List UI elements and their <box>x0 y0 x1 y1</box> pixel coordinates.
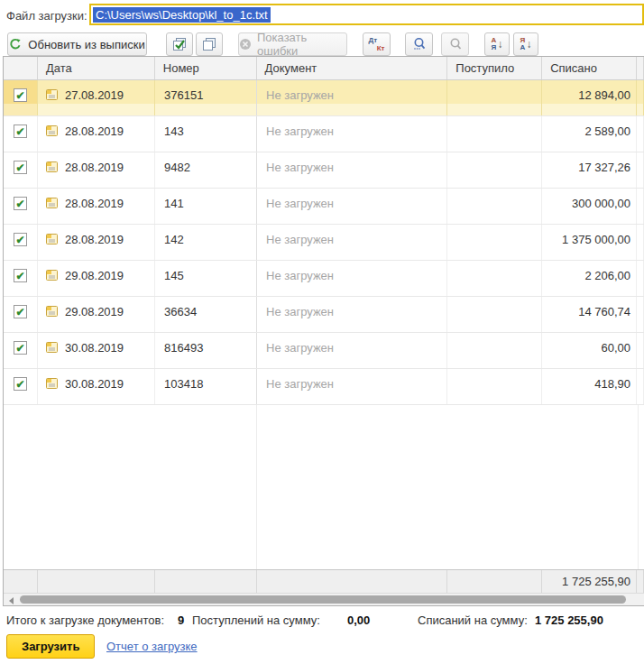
row-checkbox[interactable]: ✔ <box>14 341 27 355</box>
table-row[interactable]: ✔28.08.2019141Не загружен300 000,00 <box>4 189 644 225</box>
cancel-search-button[interactable] <box>441 32 469 56</box>
row-select-cell[interactable]: ✔ <box>4 261 38 296</box>
row-select-cell[interactable]: ✔ <box>4 80 38 115</box>
row-written-off-cell[interactable]: 14 760,74 <box>542 297 637 332</box>
row-received-cell[interactable] <box>447 369 542 404</box>
row-checkbox[interactable]: ✔ <box>14 124 27 138</box>
row-received-cell[interactable] <box>447 189 542 224</box>
row-number-cell[interactable]: 36634 <box>155 297 257 332</box>
row-written-off-cell[interactable]: 2 206,00 <box>542 261 637 296</box>
row-written-off-cell[interactable]: 1 375 000,00 <box>542 225 637 260</box>
table-row[interactable]: ✔29.08.201936634Не загружен14 760,74 <box>4 297 644 333</box>
row-date-cell[interactable]: 29.08.2019 <box>38 261 155 296</box>
table-row[interactable]: ✔29.08.2019145Не загружен2 206,00 <box>4 261 644 297</box>
table-row[interactable]: ✔27.08.2019376151Не загружен12 894,00 <box>4 80 644 116</box>
file-path-input[interactable]: C:\Users\ws\Desktop\kl_to_1c.txt <box>89 4 644 25</box>
header-written-off[interactable]: Списано <box>542 57 637 79</box>
header-document[interactable]: Документ <box>257 57 448 79</box>
scroll-left-arrow-icon[interactable] <box>9 597 14 604</box>
row-date-cell[interactable]: 30.08.2019 <box>38 369 155 404</box>
load-report-link[interactable]: Отчет о загрузке <box>106 640 198 653</box>
row-document-cell[interactable]: Не загружен <box>256 189 447 224</box>
row-document-cell[interactable]: Не загружен <box>256 116 447 152</box>
table-row[interactable]: ✔28.08.2019143Не загружен2 589,00 <box>4 116 644 152</box>
row-written-off-cell[interactable]: 17 327,26 <box>542 152 637 188</box>
row-document-cell[interactable]: Не загружен <box>256 80 447 115</box>
row-written-off-cell[interactable]: 2 589,00 <box>542 116 637 152</box>
header-number[interactable]: Номер <box>155 57 257 79</box>
sort-descending-button[interactable]: Я А ↓ <box>513 32 538 56</box>
row-select-cell[interactable]: ✔ <box>4 152 38 188</box>
row-received-cell[interactable] <box>447 152 542 188</box>
checkmark-icon: ✔ <box>15 343 24 354</box>
row-received-cell[interactable] <box>447 261 542 296</box>
row-document-cell[interactable]: Не загружен <box>256 333 447 368</box>
row-select-cell[interactable]: ✔ <box>4 369 38 404</box>
row-select-cell[interactable]: ✔ <box>4 225 38 260</box>
row-checkbox[interactable]: ✔ <box>14 233 27 246</box>
row-checkbox[interactable]: ✔ <box>14 88 27 102</box>
row-written-off-cell[interactable]: 300 000,00 <box>542 189 637 224</box>
show-errors-button[interactable]: Показать ошибки <box>238 32 347 56</box>
row-number-cell[interactable]: 9482 <box>155 152 257 188</box>
row-date-cell[interactable]: 30.08.2019 <box>38 333 155 368</box>
horizontal-scrollbar[interactable] <box>4 593 644 605</box>
row-number-cell[interactable]: 145 <box>155 261 257 296</box>
row-checkbox[interactable]: ✔ <box>14 305 27 318</box>
row-number-cell[interactable]: 816493 <box>155 333 257 368</box>
row-date-cell[interactable]: 27.08.2019 <box>38 80 155 115</box>
row-select-cell[interactable]: ✔ <box>4 297 38 332</box>
debit-credit-icon: Дт Кт <box>369 36 385 52</box>
row-checkbox[interactable]: ✔ <box>14 197 27 210</box>
row-select-cell[interactable]: ✔ <box>4 333 38 368</box>
table-empty-area <box>4 405 644 569</box>
row-written-off-amount: 60,00 <box>601 341 630 355</box>
row-number-cell[interactable]: 141 <box>155 189 257 224</box>
row-checkbox[interactable]: ✔ <box>14 377 27 391</box>
row-select-cell[interactable]: ✔ <box>4 116 38 152</box>
search-button[interactable] <box>405 32 433 56</box>
debit-credit-button[interactable]: Дт Кт <box>363 32 391 56</box>
header-select-column[interactable] <box>4 57 38 79</box>
load-button[interactable]: Загрузить <box>6 634 95 659</box>
row-select-cell[interactable]: ✔ <box>4 189 38 224</box>
row-date-cell[interactable]: 28.08.2019 <box>38 152 155 188</box>
table-row[interactable]: ✔30.08.2019816493Не загружен60,00 <box>4 333 644 369</box>
row-received-cell[interactable] <box>447 225 542 260</box>
row-date-cell[interactable]: 29.08.2019 <box>38 297 155 332</box>
refresh-from-statement-button[interactable]: Обновить из выписки <box>7 32 147 56</box>
row-document-cell[interactable]: Не загружен <box>256 261 447 296</box>
scrollbar-thumb[interactable] <box>20 595 626 604</box>
row-document-cell[interactable]: Не загружен <box>256 369 447 404</box>
header-date[interactable]: Дата <box>38 57 155 79</box>
row-date-cell[interactable]: 28.08.2019 <box>38 225 155 260</box>
row-received-cell[interactable] <box>447 297 542 332</box>
row-document-status: Не загружен <box>266 161 334 174</box>
row-number-cell[interactable]: 142 <box>155 225 257 260</box>
row-document-cell[interactable]: Не загружен <box>256 297 447 332</box>
row-written-off-cell[interactable]: 12 894,00 <box>542 80 637 115</box>
header-received[interactable]: Поступило <box>447 57 542 79</box>
row-received-cell[interactable] <box>447 116 542 152</box>
row-checkbox[interactable]: ✔ <box>14 269 27 282</box>
row-number-cell[interactable]: 376151 <box>155 80 257 115</box>
table-row[interactable]: ✔28.08.2019142Не загружен1 375 000,00 <box>4 225 644 261</box>
row-document-cell[interactable]: Не загружен <box>256 225 447 260</box>
row-received-cell[interactable] <box>447 80 542 115</box>
table-row[interactable]: ✔28.08.20199482Не загружен17 327,26 <box>4 152 644 189</box>
row-edge-cell <box>637 225 644 260</box>
row-number-cell[interactable]: 143 <box>155 116 257 152</box>
row-date-cell[interactable]: 28.08.2019 <box>38 116 155 152</box>
row-date-cell[interactable]: 28.08.2019 <box>38 189 155 224</box>
row-received-cell[interactable] <box>447 333 542 368</box>
row-written-off-cell[interactable]: 60,00 <box>542 333 637 368</box>
row-date: 29.08.2019 <box>65 269 124 282</box>
row-checkbox[interactable]: ✔ <box>14 161 27 174</box>
row-document-cell[interactable]: Не загружен <box>256 152 447 188</box>
check-all-button[interactable] <box>166 32 193 56</box>
table-row[interactable]: ✔30.08.2019103418Не загружен418,90 <box>4 369 644 405</box>
uncheck-all-button[interactable] <box>196 32 223 56</box>
row-number-cell[interactable]: 103418 <box>155 369 257 404</box>
row-written-off-cell[interactable]: 418,90 <box>542 369 637 404</box>
sort-ascending-button[interactable]: А Я ↓ <box>484 32 510 56</box>
